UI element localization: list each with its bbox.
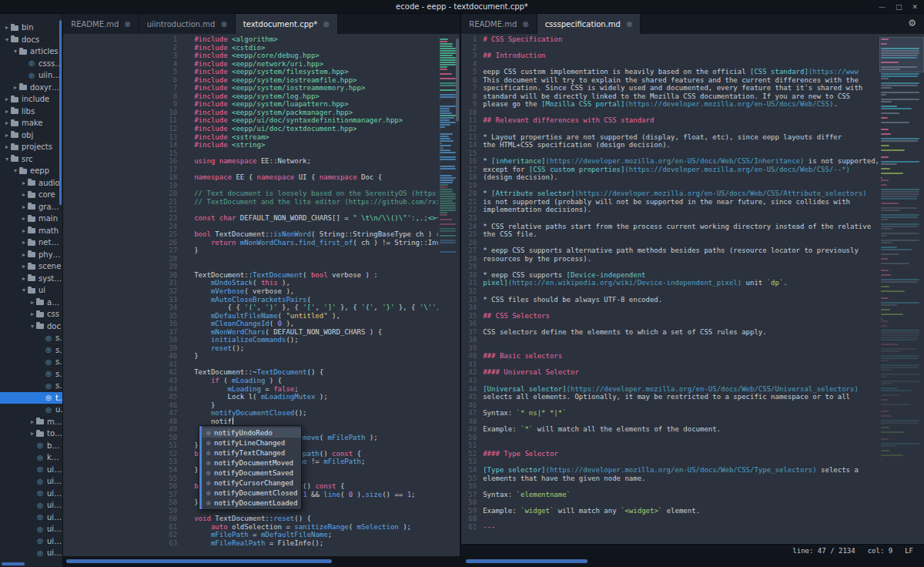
tree-file-uiborderdrawable.cpp[interactable]: ◎uiborderdrawable.cpp [0,475,62,488]
minimap-viewport[interactable] [879,37,924,72]
tab-close-icon[interactable]: ⊗ [220,20,226,29]
tree-folder-graphics[interactable]: ▸graphics [0,201,62,213]
tree-file-syntaxdefinition.cpp[interactable]: ◎syntaxdefinition.cpp [0,344,62,357]
line-number: 5 [63,68,177,76]
tree-file-uiconsole.cpp[interactable]: ◎uiconsole.cpp [0,535,62,548]
autocomplete-item-notifyTextChanged[interactable]: ◎notifyTextChanged [199,448,301,458]
folder-icon [28,204,35,210]
method-icon: ◎ [206,479,210,486]
tab-close-icon[interactable]: ⊗ [124,20,130,29]
tree-folder-main[interactable]: ▸main [0,213,62,225]
tree-folder-projects[interactable]: ▸projects [0,141,62,153]
tab-readme-md[interactable]: README.md⊗ [461,14,537,34]
line-number: 33 [63,296,177,304]
maximize-button[interactable]: □ [896,3,902,11]
tree-folder-physics[interactable]: ▸physics [0,249,62,261]
tree-folder-abstract[interactable]: ▸abstract [0,297,62,309]
tree-folder-audio[interactable]: ▸audio [0,177,62,190]
tree-file-uidropdownlist.cpp[interactable]: ◎uidropdownlist.cpp [0,547,62,559]
tree-folder-src[interactable]: ▾src [0,153,62,166]
autocomplete-item-notifyLineChanged[interactable]: ◎notifyLineChanged [199,438,301,448]
tree-folder-css[interactable]: ▸css [0,308,62,320]
folder-icon [28,180,35,186]
tree-folder-models[interactable]: ▸models [0,416,62,428]
tab-close-icon[interactable]: ⊗ [522,20,528,29]
autocomplete-item-notifyCursorChanged[interactable]: ◎notifyCursorChanged [199,478,301,488]
line-number: 26 [461,239,477,247]
tab-close-icon[interactable]: ⊗ [323,20,329,29]
tree-file-uiclip.cpp[interactable]: ◎uiclip.cpp [0,499,62,512]
tree-folder-make[interactable]: ▸make [0,117,62,129]
tree-folder-system[interactable]: ▸system [0,273,62,285]
tree-file-border.cpp[interactable]: ◎border.cpp [0,440,62,452]
tree-folder-scene[interactable]: ▸scene [0,260,62,273]
code-line: 34 { { '(', ')' }, { '[', ']' }, { '{', … [63,304,438,312]
tree-file-textdocument.cpp[interactable]: ◎textdocument.cpp [0,392,62,404]
tree-file-uibackgrounddrawable.cpp[interactable]: ◎uibackgrounddrawable.cpp [0,464,62,476]
left-horizontal-scrollbar[interactable] [66,559,332,563]
tree-folder-bin[interactable]: ▸bin [0,22,62,34]
code-line: 48 [461,418,879,426]
autocomplete-item-notifyDocumentMoved[interactable]: ◎notifyDocumentMoved [199,458,301,468]
tree-file-syntaxtokenizer.cpp[interactable]: ◎syntaxtokenizer.cpp [0,380,62,392]
tree-folder-docs[interactable]: ▾docs [0,34,62,46]
tree-folder-obj[interactable]: ▸obj [0,129,62,142]
autocomplete-item-notifyDocumentLoaded[interactable]: ◎notifyDocumentLoaded [199,498,301,508]
autocomplete-item-notifyDocumentClosed[interactable]: ◎notifyDocumentClosed [199,488,301,498]
left-vertical-scrollbar[interactable] [456,39,459,122]
sidebar-horizontal-scrollbar[interactable] [2,562,25,565]
autocomplete-item-notifyDocumentSaved[interactable]: ◎notifyDocumentSaved [199,468,301,478]
file-icon: ◎ [45,346,52,354]
line-number: 8 [63,92,177,101]
tab-close-icon[interactable]: ⊗ [626,20,632,29]
right-minimap[interactable] [881,37,922,544]
minimize-button[interactable]: — [879,3,886,11]
tree-item-label: undostack.cpp [55,405,62,414]
code-line: 3## Introduction [461,52,879,60]
chevron-down-icon: ▾ [3,36,11,43]
tab-readme-md[interactable]: README.md⊗ [63,14,139,34]
tree-file-keyboardshortcut.cpp[interactable]: ◎keyboardshortcut.cpp [0,451,62,464]
line-number: 10 [461,109,477,117]
tab-textdocument-cpp-[interactable]: textdocument.cpp*⊗ [236,14,338,34]
tree-folder-math[interactable]: ▸math [0,225,62,237]
tree-folder-doxyrest[interactable]: ▸doxyrest [0,82,62,94]
tab-uiintroduction-md[interactable]: uiintroduction.md⊗ [139,14,236,34]
tree-folder-include[interactable]: ▸include [0,93,62,106]
tree-folder-eepp[interactable]: ▾eepp [0,165,62,177]
sidebar-vertical-scrollbar[interactable] [59,20,62,205]
autocomplete-item-notifyUndoRedo[interactable]: ◎notifyUndoRedo [199,428,301,438]
code-line: 21is not supported (probably will not be… [461,198,879,206]
tree-file-uicodeeditor.cpp[interactable]: ◎uicodeeditor.cpp [0,512,62,524]
tree-folder-doc[interactable]: ▾doc [0,320,62,333]
tree-file-syntaxhighlighter.cpp[interactable]: ◎syntaxhighlighter.cpp [0,368,62,381]
line-number: 41 [461,361,477,369]
settings-gear-icon[interactable]: ⚙ [908,18,916,29]
tree-file-undostack.cpp[interactable]: ◎undostack.cpp [0,404,62,416]
code-line: 18(design decision). [461,173,879,182]
tree-folder-core[interactable]: ▸core [0,189,62,201]
right-horizontal-scroll-track[interactable] [461,556,924,567]
tree-folder-articles[interactable]: ▾articles [0,45,62,58]
code-line: 63 mFileRealPath = FileInfo(); [63,539,438,548]
close-button[interactable]: ✕ [912,3,918,11]
tree-file-syntaxcolorscheme.cpp[interactable]: ◎syntaxcolorscheme.cpp [0,332,62,344]
line-number: 34 [461,304,477,312]
tree-folder-ui[interactable]: ▾ui [0,284,62,297]
right-horizontal-scrollbar[interactable] [466,559,588,563]
tab-cssspecification-md[interactable]: cssspecification.md⊗ [537,14,641,34]
tree-folder-libs[interactable]: ▸libs [0,106,62,118]
tree-file-uicombobox.cpp[interactable]: ◎uicombobox.cpp [0,523,62,535]
tree-folder-tools[interactable]: ▸tools [0,428,62,440]
tree-file-syntaxdefinitionmanager.cpp[interactable]: ◎syntaxdefinitionmanager.cpp [0,356,62,368]
file-icon: ◎ [36,502,44,509]
line-number: 24 [461,223,477,231]
status-eol-indicator: LF [905,547,913,555]
right-code-editor[interactable]: 1# CSS Specification23## Introduction45e… [461,34,924,544]
tree-file-uiintroduction.md[interactable]: ◎uiintroduction.md [0,69,62,82]
file-tree[interactable]: ▸bin▾docs▾articles◎cssspecification.md◎u… [0,14,62,559]
tree-file-cssspecification.md[interactable]: ◎cssspecification.md [0,58,62,70]
tree-file-uicheckbox.cpp[interactable]: ◎uicheckbox.cpp [0,488,62,500]
tree-folder-network[interactable]: ▸network [0,237,62,249]
left-horizontal-scroll-track[interactable] [63,556,460,567]
